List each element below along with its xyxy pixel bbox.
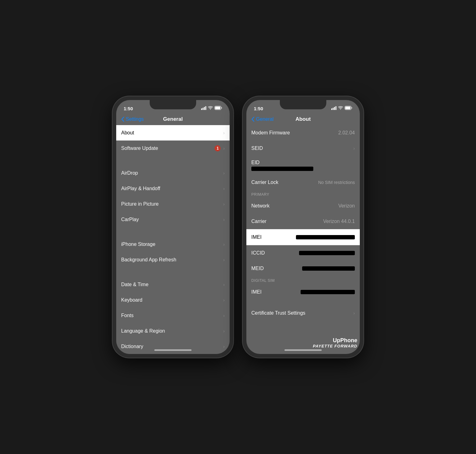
row-picture-in-picture[interactable]: Picture in Picture › xyxy=(116,196,230,212)
section-4-left: Date & Time › Keyboard › Fonts › Languag… xyxy=(116,277,230,354)
row-about[interactable]: About › xyxy=(116,125,230,141)
svg-rect-2 xyxy=(204,107,205,110)
status-icons-left xyxy=(201,106,222,111)
row-date-time-label: Date & Time xyxy=(121,282,148,287)
row-airdrop-label: AirDrop xyxy=(121,170,138,176)
carrier-lock-value: No SIM restrictions xyxy=(318,180,355,185)
chevron-dictionary: › xyxy=(223,344,225,349)
status-icons-right xyxy=(331,106,352,111)
certificate-trust-label: Certificate Trust Settings xyxy=(251,310,305,316)
row-fonts[interactable]: Fonts › xyxy=(116,308,230,323)
chevron-seid: › xyxy=(353,146,355,151)
nav-bar-right: General About xyxy=(246,114,360,125)
svg-rect-3 xyxy=(205,106,206,110)
watermark-payette: PAYETTE FORWARD xyxy=(313,344,357,348)
row-keyboard-label: Keyboard xyxy=(121,297,143,303)
svg-rect-1 xyxy=(203,108,204,110)
row-airplay-handoff[interactable]: AirPlay & Handoff › xyxy=(116,181,230,196)
meid-redacted xyxy=(302,266,355,271)
network-label: Network xyxy=(251,203,270,209)
row-background-refresh[interactable]: Background App Refresh › xyxy=(116,252,230,268)
row-imei-digital: IMEI xyxy=(246,284,360,300)
row-about-label: About xyxy=(121,130,134,136)
network-value: Verizon xyxy=(338,203,355,209)
row-software-update[interactable]: Software Update 1 › xyxy=(116,141,230,156)
row-imei: IMEI xyxy=(246,229,360,245)
row-airdrop[interactable]: AirDrop › xyxy=(116,165,230,181)
row-picture-in-picture-label: Picture in Picture xyxy=(121,201,159,207)
about-list: Modem Firmware 2.02.04 SEID › EID Carrie… xyxy=(246,125,360,190)
screenshot-container: 1:50 xyxy=(112,96,364,358)
watermark-upphone: UpPhone xyxy=(313,337,357,344)
modem-firmware-value: 2.02.04 xyxy=(338,130,355,136)
seid-label: SEID xyxy=(251,146,263,151)
row-dictionary-label: Dictionary xyxy=(121,344,143,349)
row-background-refresh-label: Background App Refresh xyxy=(121,257,176,263)
section-2-left: AirDrop › AirPlay & Handoff › Picture in… xyxy=(116,165,230,228)
back-label-right: General xyxy=(256,116,274,122)
meid-label: MEID xyxy=(251,266,264,271)
svg-rect-13 xyxy=(345,107,350,109)
right-phone-screen: 1:50 xyxy=(246,100,360,354)
chevron-keyboard: › xyxy=(223,298,225,303)
chevron-storage: › xyxy=(223,242,225,247)
row-iccid: ICCID xyxy=(246,245,360,261)
row-dictionary[interactable]: Dictionary › xyxy=(116,339,230,354)
row-network: Network Verizon xyxy=(246,198,360,214)
row-iphone-storage-label: iPhone Storage xyxy=(121,242,155,247)
row-software-update-right: 1 › xyxy=(214,145,225,151)
notch-right xyxy=(280,100,326,109)
row-iphone-storage[interactable]: iPhone Storage › xyxy=(116,237,230,252)
svg-point-11 xyxy=(340,109,341,110)
imei-digital-label: IMEI xyxy=(251,289,262,295)
row-modem-firmware: Modem Firmware 2.02.04 xyxy=(246,125,360,141)
imei-redacted xyxy=(296,235,355,239)
row-certificate-trust[interactable]: Certificate Trust Settings › xyxy=(246,305,360,321)
carrier-lock-label: Carrier Lock xyxy=(251,180,278,185)
wifi-icon-right xyxy=(338,106,343,111)
svg-rect-0 xyxy=(201,108,202,110)
time-left: 1:50 xyxy=(124,106,133,111)
home-indicator-left xyxy=(154,349,192,351)
row-airplay-handoff-label: AirPlay & Handoff xyxy=(121,186,160,191)
row-language-region[interactable]: Language & Region › xyxy=(116,323,230,339)
right-phone: 1:50 xyxy=(243,96,364,358)
svg-rect-7 xyxy=(331,108,332,110)
battery-icon-right xyxy=(345,106,352,111)
chevron-software-update: › xyxy=(223,146,225,151)
carrier-label: Carrier xyxy=(251,219,267,224)
row-software-update-label: Software Update xyxy=(121,146,158,151)
back-button-right[interactable]: General xyxy=(251,116,274,122)
notch xyxy=(150,100,196,109)
row-fonts-label: Fonts xyxy=(121,313,134,318)
chevron-carplay: › xyxy=(223,217,225,222)
carrier-value: Verizon 44.0.1 xyxy=(323,219,355,224)
row-keyboard[interactable]: Keyboard › xyxy=(116,292,230,308)
section-header-primary: PRIMARY xyxy=(246,190,360,198)
chevron-airplay: › xyxy=(223,186,225,191)
nav-title-left: General xyxy=(163,116,183,122)
imei-digital-redacted xyxy=(301,290,355,294)
nav-title-right: About xyxy=(295,116,311,122)
svg-rect-10 xyxy=(336,106,337,110)
back-button-left[interactable]: Settings xyxy=(121,116,144,122)
row-date-time[interactable]: Date & Time › xyxy=(116,277,230,292)
chevron-about: › xyxy=(223,130,225,135)
software-update-badge: 1 xyxy=(214,145,221,151)
nav-bar-left: Settings General xyxy=(116,114,230,125)
row-carrier-lock: Carrier Lock No SIM restrictions xyxy=(246,175,360,190)
iccid-redacted xyxy=(299,251,355,255)
watermark: UpPhone PAYETTE FORWARD xyxy=(313,337,357,348)
time-right: 1:50 xyxy=(254,106,263,111)
row-carplay[interactable]: CarPlay › xyxy=(116,212,230,227)
svg-rect-9 xyxy=(334,107,335,110)
iccid-label: ICCID xyxy=(251,250,265,256)
left-phone: 1:50 xyxy=(112,96,233,358)
chevron-language: › xyxy=(223,329,225,334)
row-carrier: Carrier Verizon 44.0.1 xyxy=(246,214,360,229)
left-phone-screen: 1:50 xyxy=(116,100,230,354)
back-label-left: Settings xyxy=(126,116,144,122)
row-language-region-label: Language & Region xyxy=(121,328,165,334)
eid-label: EID xyxy=(251,160,260,165)
row-seid[interactable]: SEID › xyxy=(246,141,360,156)
